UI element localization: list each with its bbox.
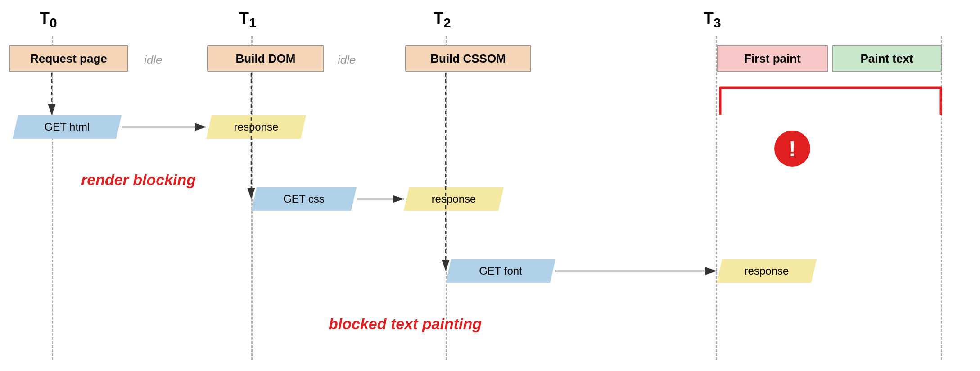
subscript-1: 1 — [249, 15, 257, 30]
box-response-css: response — [404, 187, 504, 211]
time-label-t2: T2 — [434, 9, 451, 31]
box-response-font: response — [717, 259, 817, 283]
subscript-0: 0 — [50, 15, 57, 30]
vline-t0 — [52, 36, 53, 360]
vline-t1 — [251, 36, 253, 360]
box-paint-text: Paint text — [832, 45, 942, 72]
box-request-page: Request page — [9, 45, 128, 72]
vline-t4 — [941, 36, 942, 360]
diagram: T0 T1 T2 T3 Request page Build DOM Build… — [0, 0, 980, 371]
box-response-html: response — [206, 115, 306, 139]
error-circle: ! — [774, 131, 810, 167]
vline-t3 — [716, 36, 717, 360]
blocked-text-painting-label: blocked text painting — [329, 315, 482, 333]
box-get-font: GET font — [446, 259, 555, 283]
box-get-html: GET html — [13, 115, 122, 139]
box-get-css: GET css — [251, 187, 357, 211]
time-label-t3: T3 — [704, 9, 721, 31]
subscript-3: 3 — [714, 15, 721, 30]
box-build-dom: Build DOM — [207, 45, 324, 72]
time-label-t0: T0 — [40, 9, 57, 31]
idle-label-2: idle — [338, 53, 356, 67]
render-blocking-label: render blocking — [81, 171, 196, 189]
subscript-2: 2 — [443, 15, 451, 30]
red-bracket — [716, 79, 945, 115]
box-first-paint: First paint — [717, 45, 828, 72]
time-label-t1: T1 — [239, 9, 257, 31]
idle-label-1: idle — [144, 53, 162, 67]
box-build-cssom: Build CSSOM — [405, 45, 531, 72]
